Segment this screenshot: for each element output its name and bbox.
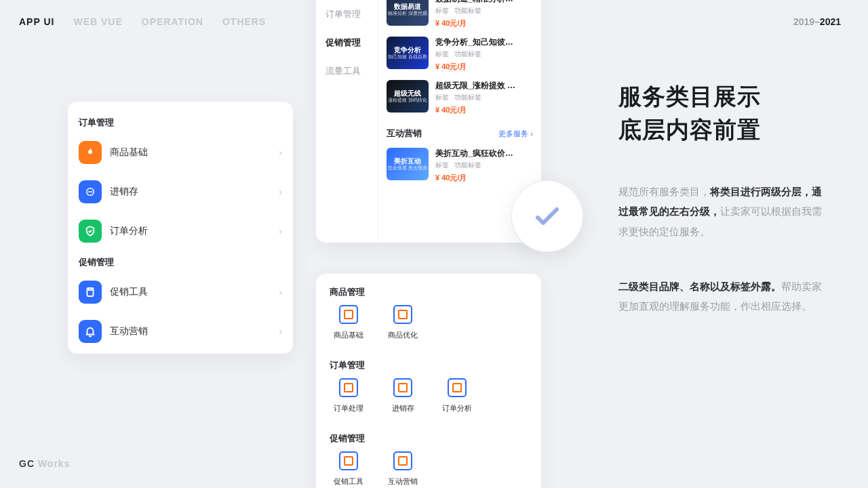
side-tab[interactable]: 流量工具 (316, 57, 378, 85)
year-range: 2019–2021 (793, 16, 841, 27)
nav-item[interactable]: APP UI (19, 16, 54, 27)
list-item-label: 商品基础 (110, 146, 271, 159)
side-tab[interactable]: 订单管理 (316, 0, 378, 28)
list-item[interactable]: 互动营销 › (68, 312, 293, 351)
bell-icon (79, 320, 102, 343)
service-title: 竞争分析_知己知彼… (435, 37, 533, 48)
service-title: 数据易道_精准分析… (435, 0, 533, 5)
service-price: ¥ 40元/月 (435, 105, 533, 115)
grid-item[interactable]: 订单分析 (438, 378, 476, 413)
side-tab[interactable]: 促销管理 (316, 28, 378, 57)
list-item-label: 订单分析 (110, 225, 271, 237)
list-item[interactable]: 商品基础 › (68, 133, 293, 172)
top-nav: APP UI WEB VUE OPERATION OTHERS (19, 16, 266, 27)
list-item[interactable]: 促销工具 › (68, 272, 293, 312)
paragraph: 规范所有服务类目，将类目进行两级分层，通过最常见的左右分级，让卖家可以根据自我需… (618, 182, 829, 241)
service-thumb: 超级无线涨粉提效 加码转化 (387, 80, 429, 113)
list-item[interactable]: 订单分析 › (68, 211, 293, 251)
service-tags: 标签功能标签 (435, 93, 533, 102)
check-badge (511, 180, 583, 252)
service-price: ¥ 40元/月 (435, 62, 533, 72)
group-title: 促销管理 (68, 251, 293, 272)
paragraph: 二级类目品牌、名称以及标签外露。帮助卖家更加直观的理解服务功能，作出相应选择。 (618, 277, 829, 317)
icon-grid-panel: 商品管理 商品基础 商品优化 订单管理 订单处理 进销存 订单分析 促销管理 促… (316, 274, 541, 488)
flame-icon (79, 141, 102, 164)
group-title: 订单管理 (68, 111, 293, 133)
grid-item[interactable]: 商品优化 (384, 305, 422, 340)
side-tabs: 商品管理 订单管理 促销管理 流量工具 (316, 0, 378, 243)
grid-item[interactable]: 订单处理 (330, 378, 368, 413)
service-tags: 标签功能标签 (435, 161, 533, 170)
footer-logo: GC Works (19, 458, 70, 469)
grid-item[interactable]: 互动营销 (384, 451, 422, 487)
grid-section-title: 商品管理 (330, 286, 528, 298)
grid-item[interactable]: 进销存 (384, 378, 422, 413)
list-item-label: 进销存 (110, 186, 271, 198)
grid-section-title: 促销管理 (330, 432, 528, 445)
headline: 服务类目展示 底层内容前置 (618, 80, 761, 147)
grid-section-title: 订单管理 (330, 359, 528, 371)
chevron-right-icon: › (279, 147, 282, 158)
module-icon (339, 451, 358, 470)
service-tags: 标签功能标签 (435, 49, 533, 59)
service-thumb: 数据易道精准分析 深度挖掘 (387, 0, 429, 26)
nav-item[interactable]: WEB VUE (73, 16, 122, 27)
tag-icon (79, 281, 102, 304)
service-item[interactable]: 超级无线涨粉提效 加码转化 超级无限_涨粉提效 … 标签功能标签 ¥ 40元/月 (387, 76, 533, 119)
service-item[interactable]: 数据易道精准分析 深度挖掘 数据易道_精准分析… 标签功能标签 ¥ 40元/月 (387, 0, 533, 33)
service-thumb: 竞争分析知己知彼 百战百胜 (387, 37, 429, 69)
service-item[interactable]: 竞争分析知己知彼 百战百胜 竞争分析_知己知彼… 标签功能标签 ¥ 40元/月 (387, 33, 533, 76)
module-icon (448, 378, 467, 397)
nav-item[interactable]: OPERATION (142, 16, 203, 27)
service-title: 超级无限_涨粉提效 … (435, 80, 533, 92)
service-price: ¥ 40元/月 (435, 18, 533, 28)
category-card: 订单管理 商品基础 › 进销存 › 订单分析 › 促销管理 促销工具 › 互动营… (68, 102, 293, 354)
module-icon (393, 305, 412, 324)
module-icon (339, 378, 358, 397)
module-icon (393, 451, 412, 470)
cube-icon (79, 180, 102, 203)
list-item[interactable]: 进销存 › (68, 172, 293, 211)
nav-item[interactable]: OTHERS (222, 16, 266, 27)
service-tags: 标签功能标签 (435, 6, 533, 16)
service-price: ¥ 40元/月 (435, 173, 533, 183)
section-header: 互动营销 更多服务 › (387, 125, 533, 144)
service-title: 美折互动_疯狂砍价… (435, 148, 533, 159)
grid-item[interactable]: 促销工具 (330, 451, 368, 487)
chevron-right-icon: › (279, 287, 282, 298)
shield-icon (79, 220, 102, 243)
module-icon (393, 378, 412, 397)
module-icon (339, 305, 358, 324)
more-link[interactable]: 更多服务 › (498, 129, 533, 139)
list-item-label: 互动营销 (110, 325, 271, 338)
services-panel: 商品管理 订单管理 促销管理 流量工具 促销工具 数据易道精准分析 深度挖掘 数… (316, 0, 541, 243)
service-item[interactable]: 美折互动狂欢惊喜 失去预览 美折互动_疯狂砍价… 标签功能标签 ¥ 40元/月 (387, 144, 533, 187)
check-icon (531, 200, 564, 232)
grid-item[interactable]: 商品基础 (330, 305, 368, 340)
service-thumb: 美折互动狂欢惊喜 失去预览 (387, 148, 429, 180)
chevron-right-icon: › (279, 326, 282, 337)
chevron-right-icon: › (279, 186, 282, 197)
list-item-label: 促销工具 (110, 286, 271, 298)
chevron-right-icon: › (279, 226, 282, 237)
